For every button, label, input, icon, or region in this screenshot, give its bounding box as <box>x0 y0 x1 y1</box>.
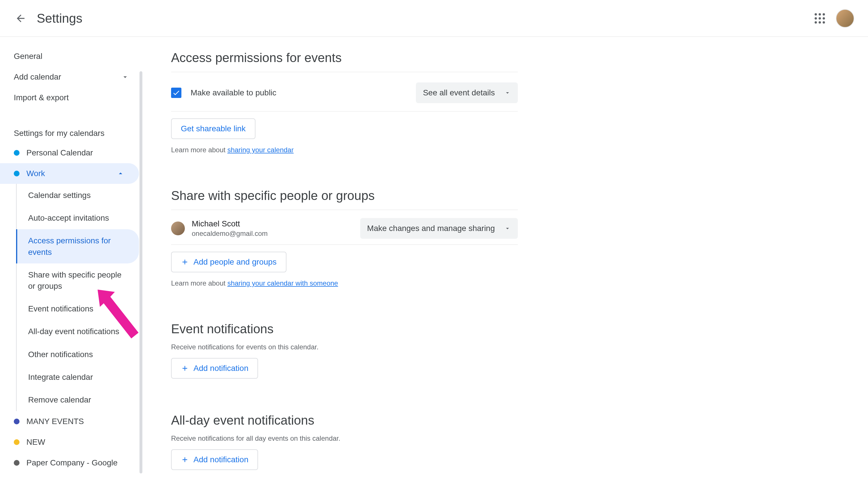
setting-row-public: Make available to public See all event d… <box>171 74 518 111</box>
calendar-label: Paper Company - Google <box>26 458 125 467</box>
profile-avatar[interactable] <box>836 9 854 27</box>
chevron-up-icon <box>116 169 125 178</box>
calendar-color-dot <box>14 150 20 156</box>
subitem-integrate-calendar[interactable]: Integrate calendar <box>17 366 139 388</box>
subitem-other-notifications[interactable]: Other notifications <box>17 343 139 366</box>
help-text: Learn more about sharing your calendar <box>171 146 518 154</box>
person-email: onecaldemo@gmail.com <box>192 230 268 238</box>
section-allday-notifications: All-day event notifications Receive noti… <box>171 413 518 470</box>
calendar-item-work[interactable]: Work <box>0 163 139 184</box>
subitem-event-notifications[interactable]: Event notifications <box>17 297 139 320</box>
calendar-label: Personal Calendar <box>26 148 125 157</box>
person-details: Michael Scott onecaldemo@gmail.com <box>192 219 268 238</box>
help-prefix: Learn more about <box>171 146 227 154</box>
dropdown-arrow-icon <box>504 89 511 96</box>
calendar-color-dot <box>14 171 20 176</box>
section-title: All-day event notifications <box>171 413 518 430</box>
calendar-color-dot <box>14 460 20 466</box>
section-event-notifications: Event notifications Receive notification… <box>171 322 518 379</box>
header-right <box>813 9 854 27</box>
person-info: Michael Scott onecaldemo@gmail.com <box>171 219 268 238</box>
subitem-access-permissions[interactable]: Access permissions for events <box>17 229 139 263</box>
subitem-share-specific[interactable]: Share with specific people or groups <box>17 263 139 297</box>
subitem-allday-notifications[interactable]: All-day event notifications <box>17 320 139 343</box>
sidebar: General Add calendar Import & export Set… <box>0 37 143 493</box>
chevron-down-icon <box>120 72 130 82</box>
button-label: Add people and groups <box>193 257 277 266</box>
calendar-label: NEW <box>26 437 125 447</box>
page-title: Settings <box>37 11 83 26</box>
calendar-color-dot <box>14 439 20 445</box>
sidebar-section-header: Settings for my calendars <box>0 122 143 143</box>
help-link-sharing[interactable]: sharing your calendar <box>227 146 294 154</box>
plus-icon <box>181 258 189 266</box>
section-title: Access permissions for events <box>171 50 518 72</box>
calendar-item-new[interactable]: NEW <box>0 432 139 452</box>
main-content: Access permissions for events Make avail… <box>143 37 545 493</box>
section-access-permissions: Access permissions for events Make avail… <box>171 50 518 154</box>
nav-label: Add calendar <box>14 72 61 82</box>
dropdown-arrow-icon <box>504 225 511 232</box>
scrollbar-thumb[interactable] <box>139 71 142 473</box>
dropdown-event-details[interactable]: See all event details <box>416 83 518 103</box>
calendar-item-paper-company[interactable]: Paper Company - Google <box>0 452 139 473</box>
checkbox-label-group: Make available to public <box>171 88 276 98</box>
add-people-button[interactable]: Add people and groups <box>171 252 287 272</box>
content-wrapper: General Add calendar Import & export Set… <box>0 37 868 493</box>
calendar-label: MANY EVENTS <box>26 417 125 426</box>
plus-icon <box>181 456 189 464</box>
arrow-left-icon <box>15 13 26 24</box>
scrollbar-track <box>139 37 143 493</box>
calendar-label: Work <box>26 169 109 178</box>
header-left: Settings <box>14 11 83 26</box>
nav-item-import-export[interactable]: Import & export <box>0 87 143 108</box>
section-share-specific: Share with specific people or groups Mic… <box>171 189 518 287</box>
help-prefix: Learn more about <box>171 279 227 287</box>
calendar-item-personal[interactable]: Personal Calendar <box>0 143 139 163</box>
person-avatar <box>171 221 185 235</box>
help-link-sharing-someone[interactable]: sharing your calendar with someone <box>227 279 338 287</box>
work-subitems: Calendar settings Auto-accept invitation… <box>16 184 143 411</box>
checkbox-label-text: Make available to public <box>190 88 276 98</box>
get-shareable-link-button[interactable]: Get shareable link <box>171 119 255 139</box>
help-text: Learn more about sharing your calendar w… <box>171 279 518 287</box>
add-allday-notification-button[interactable]: Add notification <box>171 449 258 470</box>
nav-item-add-calendar[interactable]: Add calendar <box>0 67 143 87</box>
checkbox-make-public[interactable] <box>171 88 181 98</box>
header: Settings <box>0 0 868 37</box>
calendar-item-many-events[interactable]: MANY EVENTS <box>0 411 139 432</box>
dropdown-value: See all event details <box>423 88 495 98</box>
back-button[interactable] <box>14 12 27 25</box>
nav-label: Import & export <box>14 93 69 102</box>
subitem-calendar-settings[interactable]: Calendar settings <box>17 184 139 207</box>
section-description: Receive notifications for all day events… <box>171 434 518 443</box>
person-row: Michael Scott onecaldemo@gmail.com Make … <box>171 212 518 245</box>
subitem-auto-accept[interactable]: Auto-accept invitations <box>17 207 139 229</box>
section-description: Receive notifications for events on this… <box>171 343 518 351</box>
plus-icon <box>181 364 189 372</box>
nav-item-general[interactable]: General <box>0 46 143 67</box>
nav-label: General <box>14 52 43 61</box>
subitem-remove-calendar[interactable]: Remove calendar <box>17 388 139 411</box>
dropdown-permission-level[interactable]: Make changes and manage sharing <box>360 218 518 239</box>
calendar-color-dot <box>14 419 20 424</box>
section-title: Share with specific people or groups <box>171 189 518 210</box>
button-label: Add notification <box>193 364 248 373</box>
apps-launcher-button[interactable] <box>813 12 827 25</box>
checkmark-icon <box>172 89 180 97</box>
add-notification-button[interactable]: Add notification <box>171 358 258 379</box>
apps-grid-icon <box>815 13 825 24</box>
button-label: Add notification <box>193 455 248 464</box>
person-name: Michael Scott <box>192 219 268 229</box>
section-title: Event notifications <box>171 322 518 339</box>
dropdown-value: Make changes and manage sharing <box>367 224 495 233</box>
button-label: Get shareable link <box>181 124 246 133</box>
